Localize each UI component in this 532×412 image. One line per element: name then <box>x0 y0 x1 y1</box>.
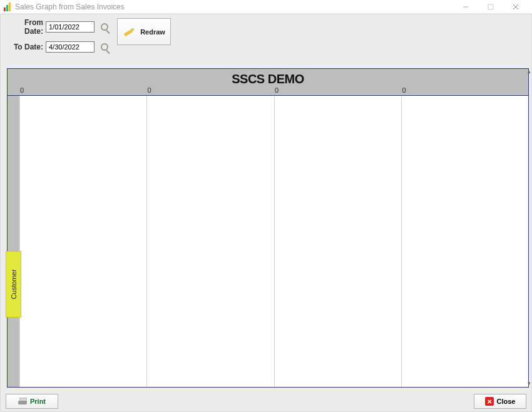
redraw-button[interactable]: Redraw <box>117 18 171 45</box>
x-tick: 0 <box>401 86 529 95</box>
close-window-button[interactable] <box>503 0 528 14</box>
magnifier-icon <box>101 43 108 51</box>
customer-tab[interactable]: Customer <box>6 251 21 317</box>
window-controls <box>453 0 528 14</box>
y-axis-gutter <box>8 96 19 387</box>
from-date-row: From Date: <box>7 18 112 36</box>
from-date-lookup-button[interactable] <box>97 19 112 34</box>
maximize-icon <box>488 4 494 10</box>
redraw-label: Redraw <box>140 28 165 36</box>
svg-rect-1 <box>488 4 493 9</box>
close-x-icon: ✕ <box>485 397 494 406</box>
x-axis-ticks: 0 0 0 0 <box>19 86 528 95</box>
maximize-button[interactable] <box>478 0 503 14</box>
customer-tab-label: Customer <box>10 269 18 299</box>
to-date-row: To Date: <box>7 39 112 54</box>
minimize-button[interactable] <box>453 0 478 14</box>
print-button[interactable]: Print <box>6 394 58 409</box>
plot-area <box>19 96 528 387</box>
printer-icon <box>18 398 27 405</box>
chart-header: SSCS DEMO 0 0 0 0 <box>8 69 528 96</box>
bottom-bar: Print ✕ Close <box>1 391 531 411</box>
close-label: Close <box>497 398 516 405</box>
to-date-label: To Date: <box>7 43 43 51</box>
x-tick: 0 <box>274 86 401 95</box>
minimize-icon <box>463 4 469 10</box>
chart-title: SSCS DEMO <box>8 69 528 86</box>
from-date-label: From Date: <box>7 18 43 36</box>
client-area: From Date: To Date: Redraw Customer SS <box>0 14 532 412</box>
scroll-up-button[interactable]: ▴ <box>528 68 532 75</box>
to-date-input[interactable] <box>46 41 95 53</box>
close-button[interactable]: ✕ Close <box>474 394 526 409</box>
x-tick: 0 <box>19 86 146 95</box>
titlebar: Sales Graph from Sales Invoices <box>0 0 532 14</box>
to-date-lookup-button[interactable] <box>97 39 112 54</box>
magnifier-icon <box>101 23 108 31</box>
app-icon <box>4 3 11 11</box>
pencil-icon <box>123 25 136 39</box>
print-label: Print <box>30 398 46 405</box>
x-tick: 0 <box>146 86 274 95</box>
toolbar: From Date: To Date: Redraw <box>1 14 531 58</box>
date-fields: From Date: To Date: <box>7 18 112 54</box>
chart-container: SSCS DEMO 0 0 0 0 <box>7 68 529 388</box>
scroll-down-button[interactable]: ▾ <box>528 380 532 386</box>
window-title: Sales Graph from Sales Invoices <box>15 3 125 11</box>
from-date-input[interactable] <box>46 21 95 33</box>
close-icon <box>513 4 519 10</box>
